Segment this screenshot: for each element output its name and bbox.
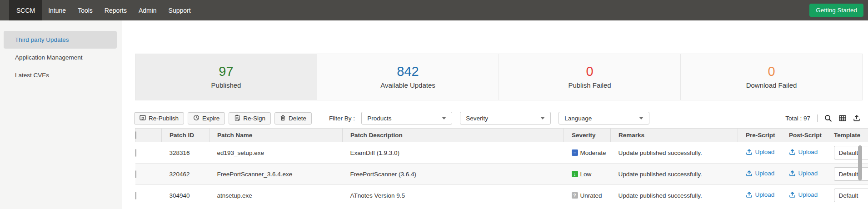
row-checkbox[interactable] [135, 170, 136, 178]
delete-icon [280, 114, 286, 122]
chevron-down-icon [540, 117, 545, 119]
patch-name: ed193_setup.exe [210, 142, 343, 164]
table-row: 304940 atnsetup.exe ATnotes Version 9.5 … [135, 185, 868, 206]
severity-filter-value: Severity [466, 115, 488, 122]
expire-label: Expire [202, 115, 219, 122]
column-chooser-grid-icon[interactable] [839, 114, 846, 122]
resign-label: Re-Sign [243, 115, 265, 122]
col-patch-name: Patch Name [210, 129, 343, 142]
post-script-upload-link[interactable]: Upload [789, 191, 818, 198]
severity-badge: ↓Low [572, 171, 592, 178]
vertical-scrollbar[interactable] [858, 145, 862, 180]
template-value: Default [839, 149, 858, 156]
patch-id: 304940 [162, 185, 210, 206]
products-filter-dropdown[interactable]: Products [361, 112, 452, 124]
post-script-upload-link[interactable]: Upload [789, 149, 818, 155]
patch-description: ExamDiff (1.9.3.0) [343, 142, 564, 164]
sidebar-item-application-management[interactable]: Application Management [4, 49, 117, 66]
upload-label: Upload [755, 191, 775, 198]
language-filter-value: Language [564, 115, 592, 122]
col-template: Template [826, 129, 868, 142]
table-header-row: Patch ID Patch Name Patch Description Se… [135, 129, 868, 142]
upload-label: Upload [798, 191, 818, 198]
patch-description: FreePortScanner (3.6.4) [343, 164, 564, 185]
filter-by-label: Filter By : [329, 115, 355, 122]
nav-tab-tools[interactable]: Tools [72, 0, 99, 20]
remarks: Update published successfully. [611, 185, 738, 206]
card-publish-failed[interactable]: 0 Publish Failed [499, 54, 680, 100]
template-dropdown[interactable]: Default [834, 189, 868, 202]
col-patch-description: Patch Description [343, 129, 564, 142]
nav-tab-admin[interactable]: Admin [133, 0, 163, 20]
export-icon[interactable] [853, 114, 860, 122]
upload-label: Upload [798, 149, 818, 155]
published-count: 97 [219, 65, 233, 78]
upload-label: Upload [755, 149, 775, 155]
divider [817, 114, 818, 122]
table-row: 328316 ed193_setup.exe ExamDiff (1.9.3.0… [135, 142, 868, 164]
template-dropdown[interactable]: Default [834, 167, 868, 181]
download-failed-count: 0 [768, 65, 775, 78]
remarks: Update published successfully. [611, 164, 738, 185]
available-updates-count: 842 [397, 65, 419, 78]
expire-icon [193, 114, 200, 122]
nav-tab-intune[interactable]: Intune [42, 0, 72, 20]
search-icon[interactable] [824, 114, 832, 122]
resign-icon [234, 114, 240, 122]
pre-script-upload-link[interactable]: Upload [746, 170, 775, 177]
severity-badge: ?Unrated [572, 192, 602, 199]
expire-button[interactable]: Expire [188, 112, 225, 124]
patch-id: 320462 [162, 164, 210, 185]
total-count-label: Total : 97 [785, 115, 810, 122]
severity-moderate-icon: − [572, 149, 578, 156]
list-controls: Total : 97 [785, 112, 860, 124]
post-script-upload-link[interactable]: Upload [789, 170, 818, 177]
sidebar-item-latest-cves[interactable]: Latest CVEs [4, 66, 117, 84]
remarks: Update published successfully. [611, 142, 738, 164]
chevron-down-icon [442, 117, 446, 119]
sidebar-item-third-party-updates[interactable]: Third party Updates [4, 31, 117, 49]
products-filter-value: Products [367, 115, 391, 122]
patch-description: ATnotes Version 9.5 [343, 185, 564, 206]
nav-tab-reports[interactable]: Reports [99, 0, 133, 20]
delete-button[interactable]: Delete [274, 112, 312, 124]
patch-name: atnsetup.exe [210, 185, 343, 206]
language-filter-dropdown[interactable]: Language [559, 112, 649, 124]
status-summary-cards: 97 Published 842 Available Updates 0 Pub… [135, 54, 863, 100]
severity-badge: −Moderate [572, 149, 606, 156]
sidebar: Third party Updates Application Manageme… [0, 20, 122, 209]
row-checkbox[interactable] [135, 192, 136, 199]
nav-tab-sccm[interactable]: SCCM [9, 0, 42, 20]
publish-failed-count: 0 [586, 65, 593, 78]
card-published[interactable]: 97 Published [135, 54, 317, 100]
patch-name: FreePortScanner_3.6.4.exe [210, 164, 343, 185]
template-value: Default [839, 192, 858, 199]
severity-unrated-icon: ? [572, 192, 578, 199]
pre-script-upload-link[interactable]: Upload [746, 149, 775, 155]
pre-script-upload-link[interactable]: Upload [746, 191, 775, 198]
template-dropdown[interactable]: Default [834, 146, 868, 159]
actions-toolbar: Re-Publish Expire Re-Sign Delete Filter … [134, 112, 657, 124]
republish-icon [140, 114, 146, 122]
severity-filter-dropdown[interactable]: Severity [460, 112, 551, 124]
row-checkbox[interactable] [135, 149, 136, 157]
card-download-failed[interactable]: 0 Download Failed [680, 54, 862, 100]
top-navigation-bar: SCCM Intune Tools Reports Admin Support [0, 0, 868, 20]
getting-started-button[interactable]: Getting Started [809, 4, 863, 17]
available-updates-label: Available Updates [380, 81, 435, 89]
patches-table: Patch ID Patch Name Patch Description Se… [135, 128, 868, 206]
severity-label: Unrated [580, 192, 602, 199]
select-all-checkbox[interactable] [135, 131, 136, 139]
resign-button[interactable]: Re-Sign [229, 112, 271, 124]
card-available-updates[interactable]: 842 Available Updates [317, 54, 499, 100]
col-post-script: Post-Script [781, 129, 826, 142]
table-row: 320462 FreePortScanner_3.6.4.exe FreePor… [135, 164, 868, 185]
severity-label: Moderate [580, 149, 606, 156]
col-severity: Severity [564, 129, 611, 142]
republish-button[interactable]: Re-Publish [134, 112, 184, 124]
col-patch-id: Patch ID [162, 129, 210, 142]
nav-tab-support[interactable]: Support [163, 0, 197, 20]
download-failed-label: Download Failed [746, 81, 797, 89]
publish-failed-label: Publish Failed [568, 81, 611, 89]
upload-label: Upload [755, 170, 775, 177]
